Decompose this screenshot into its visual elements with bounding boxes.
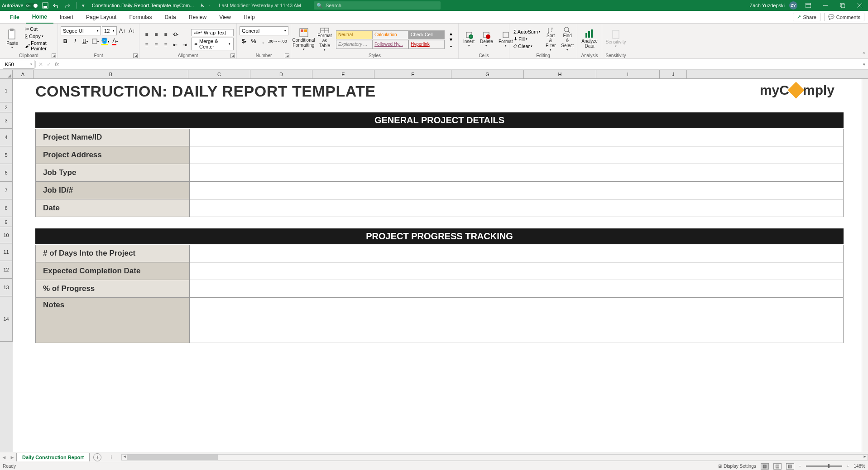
clear-button[interactable]: ◇Clear▾ [512, 43, 542, 49]
copy-button[interactable]: ⎘Copy▾ [24, 33, 55, 39]
column-headers[interactable]: ABCDEFGHIJ [13, 70, 868, 79]
comma-format-icon[interactable]: , [259, 37, 268, 46]
zoom-out-button[interactable]: − [799, 464, 801, 469]
fill-color-button[interactable]: 🪣▾ [101, 37, 110, 46]
autosave-control[interactable]: AutoSave On [2, 3, 38, 9]
row-header-12[interactable]: 12 [0, 261, 13, 279]
name-box[interactable]: K50▾ [3, 60, 34, 69]
format-painter-button[interactable]: 🖌Format Painter [24, 40, 55, 52]
styles-gallery[interactable]: ⌄ [446, 43, 456, 48]
zoom-level[interactable]: 148% [854, 464, 865, 469]
column-header-B[interactable]: B [34, 70, 188, 78]
row-header-13[interactable]: 13 [0, 279, 13, 296]
increase-font-icon[interactable]: A↑ [118, 26, 126, 35]
autosum-button[interactable]: ΣAutoSum▾ [512, 29, 542, 35]
save-icon[interactable] [42, 2, 49, 9]
sort-filter-button[interactable]: Sort & Filter▾ [544, 25, 557, 53]
select-all-button[interactable] [0, 70, 13, 79]
vertical-scrollbar[interactable] [862, 79, 868, 452]
align-center-icon[interactable]: ≡ [152, 40, 161, 49]
italic-button[interactable]: I [71, 37, 80, 46]
zoom-in-button[interactable]: + [847, 464, 849, 469]
decrease-font-icon[interactable]: A↓ [128, 26, 136, 35]
analyze-data-button[interactable]: Analyze Data [580, 24, 599, 53]
style-followed[interactable]: Followed Hy... [372, 40, 408, 49]
horizontal-scrollbar[interactable]: ◄ ► [121, 454, 868, 460]
comments-button[interactable]: 💬Comments [824, 13, 864, 21]
undo-icon[interactable] [53, 2, 60, 9]
decrease-decimal-icon[interactable]: ←.00 [278, 37, 287, 46]
tab-data[interactable]: Data [158, 11, 182, 23]
expand-formula-bar-icon[interactable]: ▾ [860, 62, 868, 67]
bold-button[interactable]: B [61, 37, 70, 46]
row-header-11[interactable]: 11 [0, 243, 13, 261]
redo-icon[interactable] [63, 2, 71, 9]
fill-button[interactable]: ⬇Fill▾ [512, 35, 542, 42]
paste-button[interactable]: Paste▾ [3, 24, 22, 53]
number-dialog-launcher[interactable]: ◢ [285, 53, 289, 58]
form-value-cell[interactable] [190, 182, 843, 199]
username[interactable]: Zach Yuzdepski [750, 3, 785, 8]
worksheet-cells[interactable]: CONSTRUCTION: DAILY REPORT TEMPLATE myC … [13, 79, 862, 452]
tab-formulas[interactable]: Formulas [123, 11, 158, 23]
column-header-I[interactable]: I [596, 70, 660, 78]
autosave-toggle[interactable]: On [25, 3, 38, 9]
last-modified[interactable]: Last Modified: Yesterday at 11:43 AM [219, 3, 301, 8]
row-header-3[interactable]: 3 [0, 112, 13, 129]
tab-file[interactable]: File [4, 11, 26, 23]
accessibility-icon[interactable]: ♿︎ [200, 3, 205, 9]
column-header-J[interactable]: J [660, 70, 687, 78]
style-neutral[interactable]: Neutral [336, 30, 372, 39]
form-value-cell[interactable] [190, 262, 843, 280]
page-layout-view-icon[interactable]: ▤ [773, 463, 782, 470]
alignment-dialog-launcher[interactable]: ◢ [230, 53, 235, 58]
percent-format-icon[interactable]: % [249, 37, 258, 46]
merge-center-button[interactable]: ⬌Merge & Center▾ [191, 38, 234, 50]
row-header-10[interactable]: 10 [0, 227, 13, 243]
tab-help[interactable]: Help [237, 11, 261, 23]
form-value-cell[interactable] [190, 280, 843, 297]
align-bottom-icon[interactable]: ≡ [161, 30, 170, 39]
row-headers[interactable]: 1234567891011121314 [0, 79, 13, 452]
maximize-button[interactable] [836, 0, 849, 10]
form-value-cell[interactable] [190, 199, 843, 217]
insert-cells-button[interactable]: +Insert▾ [461, 25, 476, 53]
tab-home[interactable]: Home [26, 11, 53, 24]
tab-view[interactable]: View [213, 11, 237, 23]
filename[interactable]: Construction-Daily-Report-Template-myCom… [92, 3, 194, 8]
style-check-cell[interactable]: Check Cell [408, 30, 445, 39]
tab-nav-prev[interactable]: ◄ [0, 453, 8, 461]
form-value-cell[interactable] [190, 245, 843, 262]
tab-insert[interactable]: Insert [53, 11, 80, 23]
borders-button[interactable]: ▾ [91, 37, 100, 46]
search-input[interactable]: 🔍 Search [314, 1, 441, 10]
form-value-cell[interactable] [190, 129, 843, 146]
align-right-icon[interactable]: ≡ [161, 40, 170, 49]
sheet-tab-active[interactable]: Daily Construction Report [16, 453, 90, 461]
decrease-indent-icon[interactable]: ⇤ [171, 40, 180, 49]
enter-formula-icon[interactable]: ✓ [47, 61, 51, 68]
increase-decimal-icon[interactable]: .00→ [268, 37, 277, 46]
add-sheet-button[interactable]: + [93, 453, 101, 461]
formula-input[interactable] [62, 60, 860, 69]
column-header-E[interactable]: E [312, 70, 374, 78]
styles-scroll-up[interactable]: ▴ [446, 31, 456, 37]
orientation-icon[interactable]: ⟲▾ [171, 30, 180, 39]
row-header-1[interactable]: 1 [0, 79, 13, 102]
style-calculation[interactable]: Calculation [372, 30, 408, 39]
style-hyperlink[interactable]: Hyperlink [408, 40, 445, 49]
underline-button[interactable]: U▾ [81, 37, 90, 46]
share-button[interactable]: ↗Share [793, 13, 820, 21]
delete-cells-button[interactable]: −Delete▾ [478, 25, 495, 53]
ribbon-display-icon[interactable] [802, 0, 815, 10]
row-header-6[interactable]: 6 [0, 164, 13, 182]
column-header-D[interactable]: D [250, 70, 312, 78]
row-header-8[interactable]: 8 [0, 199, 13, 217]
column-header-C[interactable]: C [188, 70, 250, 78]
user-avatar[interactable]: ZY [789, 1, 797, 10]
column-header-F[interactable]: F [374, 70, 451, 78]
font-color-button[interactable]: A▾ [110, 37, 120, 46]
find-select-button[interactable]: Find & Select▾ [559, 25, 575, 53]
column-header-A[interactable]: A [13, 70, 34, 78]
collapse-ribbon-icon[interactable]: ⌃ [862, 51, 866, 58]
